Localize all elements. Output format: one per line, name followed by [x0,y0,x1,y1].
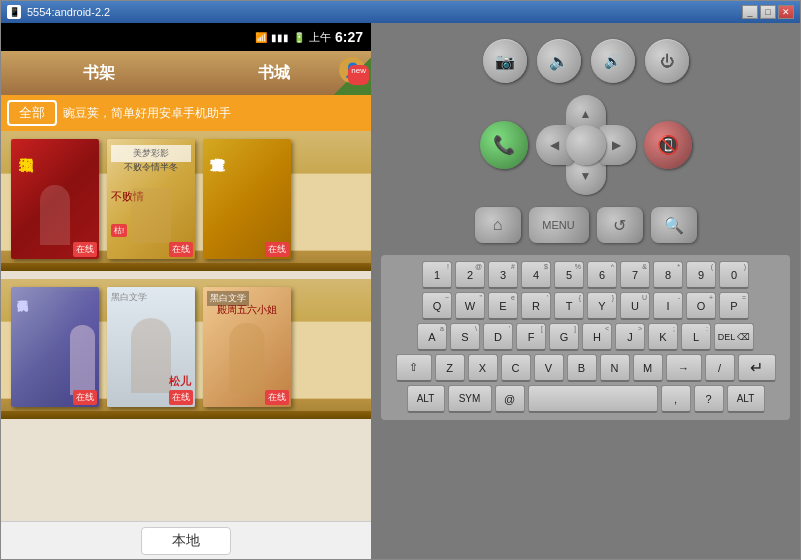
book-2-badge: 在线 [169,242,193,257]
book-2[interactable]: 美梦彩影 不败令情半冬 枯! 在线 [107,139,195,259]
shelf-row-1: 在线 美梦彩影 不败令情半冬 枯! 在线 在线 [1,131,371,271]
key-f[interactable]: [F [516,323,546,351]
key-z[interactable]: Z [435,354,465,382]
tab-bookstore[interactable]: 书城 [186,63,361,84]
key-c[interactable]: C [501,354,531,382]
key-l[interactable]: :L [681,323,711,351]
key-m[interactable]: M [633,354,663,382]
key-right-arrow[interactable]: → [666,354,702,382]
window-controls: _ □ ✕ [742,5,794,19]
key-y[interactable]: }Y [587,292,617,320]
close-button[interactable]: ✕ [778,5,794,19]
media-controls: 📷 🔈 🔊 ⏻ [483,39,689,83]
home-button[interactable]: ⌂ [475,207,521,243]
key-comma[interactable]: , [661,385,691,413]
del-key[interactable]: DEL ⌫ [714,323,754,351]
sym-key[interactable]: SYM [448,385,492,413]
signal-icon: 📶 [255,32,267,43]
book-1[interactable]: 在线 [11,139,99,259]
key-h[interactable]: <H [582,323,612,351]
key-p[interactable]: =P [719,292,749,320]
key-question[interactable]: ? [694,385,724,413]
dpad-area: 📞 ▲ ▼ ◀ ▶ 📵 [480,95,692,195]
enter-key[interactable]: ↵ [738,354,776,382]
app-header: 书架 书城 👤 new [1,51,371,95]
am-pm: 上午 [309,30,331,45]
key-e[interactable]: eE [488,292,518,320]
key-g[interactable]: ]G [549,323,579,351]
bars-icon: ▮▮▮ [271,32,289,43]
key-8[interactable]: *8 [653,261,683,289]
filter-text: 豌豆荚，简单好用安卓手机助手 [63,105,365,122]
key-slash[interactable]: / [705,354,735,382]
key-3[interactable]: #3 [488,261,518,289]
app-icon: 📱 [7,5,21,19]
phone-screen: 📶 ▮▮▮ 🔋 上午 6:27 书架 书城 👤 [1,23,371,559]
key-6[interactable]: ^6 [587,261,617,289]
at-key[interactable]: @ [495,385,525,413]
key-row-asdf: aA \S 'D [F ]G <H >J ;K :L DEL ⌫ [385,323,786,351]
key-7[interactable]: &7 [620,261,650,289]
key-w[interactable]: "W [455,292,485,320]
app-area: 书架 书城 👤 new 全部 豌豆荚，简单好用安卓手机助手 [1,51,371,559]
call-button[interactable]: 📞 [480,121,528,169]
maximize-button[interactable]: □ [760,5,776,19]
book-6-badge: 在线 [265,390,289,405]
local-button[interactable]: 本地 [141,527,231,555]
key-s[interactable]: \S [450,323,480,351]
bottom-bar: 本地 [1,521,371,559]
window: 📱 5554:android-2.2 _ □ ✕ 📶 ▮▮▮ 🔋 上午 6:27 [0,0,801,560]
search-button[interactable]: 🔍 [651,207,697,243]
all-filter-button[interactable]: 全部 [7,100,57,126]
key-9[interactable]: (9 [686,261,716,289]
bookshelf: 在线 美梦彩影 不败令情半冬 枯! 在线 在线 [1,131,371,521]
key-row-bottom: ALT SYM @ , ? ALT [385,385,786,413]
book-6[interactable]: 黑白文学 殿周五六小姐 在线 [203,287,291,407]
tab-bookshelf[interactable]: 书架 [11,63,186,84]
camera-button[interactable]: 📷 [483,39,527,83]
time: 6:27 [335,29,363,45]
key-n[interactable]: N [600,354,630,382]
power-button[interactable]: ⏻ [645,39,689,83]
alt-left-key[interactable]: ALT [407,385,445,413]
minimize-button[interactable]: _ [742,5,758,19]
shift-key[interactable]: ⇧ [396,354,432,382]
dpad-center-button[interactable] [566,125,606,165]
book-4[interactable]: 的复仇高手 在线 [11,287,99,407]
book-4-badge: 在线 [73,390,97,405]
key-d[interactable]: 'D [483,323,513,351]
key-k[interactable]: ;K [648,323,678,351]
key-t[interactable]: {T [554,292,584,320]
key-0[interactable]: )0 [719,261,749,289]
end-call-button[interactable]: 📵 [644,121,692,169]
key-5[interactable]: %5 [554,261,584,289]
key-4[interactable]: $4 [521,261,551,289]
key-j[interactable]: >J [615,323,645,351]
book-3[interactable]: 在线 官途道 [203,139,291,259]
key-x[interactable]: X [468,354,498,382]
space-key[interactable] [528,385,658,413]
battery-icon: 🔋 [293,32,305,43]
volume-up-button[interactable]: 🔊 [591,39,635,83]
menu-button[interactable]: MENU [529,207,589,243]
title-bar: 📱 5554:android-2.2 _ □ ✕ [1,1,800,23]
key-b[interactable]: B [567,354,597,382]
back-button[interactable]: ↺ [597,207,643,243]
key-u[interactable]: UU [620,292,650,320]
key-v[interactable]: V [534,354,564,382]
volume-down-button[interactable]: 🔈 [537,39,581,83]
key-q[interactable]: ~Q [422,292,452,320]
keyboard: !1 @2 #3 $4 %5 ^6 &7 *8 (9 )0 ~Q "W eE '… [381,255,790,420]
key-r[interactable]: 'R [521,292,551,320]
key-row-qwerty: ~Q "W eE 'R {T }Y UU -I +O =P [385,292,786,320]
new-badge: new [348,65,369,85]
alt-right-key[interactable]: ALT [727,385,765,413]
key-2[interactable]: @2 [455,261,485,289]
key-i[interactable]: -I [653,292,683,320]
key-a[interactable]: aA [417,323,447,351]
window-title: 5554:android-2.2 [27,6,736,18]
key-1[interactable]: !1 [422,261,452,289]
book-5[interactable]: 黑白文学 松儿 在线 [107,287,195,407]
status-bar: 📶 ▮▮▮ 🔋 上午 6:27 [1,23,371,51]
key-o[interactable]: +O [686,292,716,320]
